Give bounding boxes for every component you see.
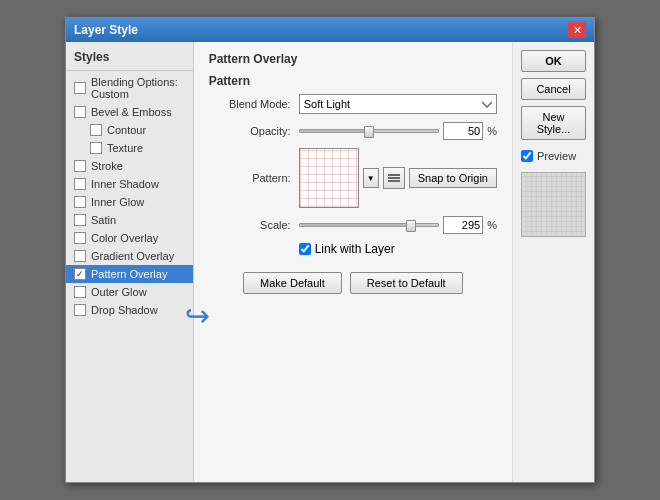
preview-label-row: Preview (521, 150, 586, 162)
right-panel: OK Cancel New Style... Preview (512, 42, 594, 482)
settings-icon (388, 172, 400, 184)
pattern-dropdown-btn[interactable]: ▼ (363, 168, 379, 188)
ok-button[interactable]: OK (521, 50, 586, 72)
checkbox-outer-glow[interactable] (74, 286, 86, 298)
checkbox-gradient-overlay[interactable] (74, 250, 86, 262)
checkbox-bevel[interactable] (74, 106, 86, 118)
bottom-buttons: Make Default Reset to Default (209, 272, 497, 294)
opacity-slider-fill (300, 130, 369, 132)
reset-default-btn[interactable]: Reset to Default (350, 272, 463, 294)
opacity-control: % (299, 122, 497, 140)
checkbox-color-overlay[interactable] (74, 232, 86, 244)
pattern-row: Pattern: ▼ (209, 148, 497, 208)
title-bar: Layer Style ✕ (66, 18, 594, 42)
opacity-slider-container[interactable] (299, 123, 440, 139)
opacity-percent: % (487, 125, 497, 137)
checkbox-texture[interactable] (90, 142, 102, 154)
dialog-title: Layer Style (74, 23, 138, 37)
arrow-indicator: ↩ (185, 298, 210, 333)
main-panel: Pattern Overlay Pattern Blend Mode: Soft… (194, 42, 512, 482)
snap-to-origin-btn[interactable]: Snap to Origin (409, 168, 497, 188)
new-style-button[interactable]: New Style... (521, 106, 586, 140)
styles-title: Styles (66, 46, 193, 68)
blend-mode-row: Blend Mode: Soft Light (209, 94, 497, 114)
blend-mode-control: Soft Light (299, 94, 497, 114)
scale-row: Scale: % (209, 216, 497, 234)
link-layer-row: Link with Layer (299, 242, 497, 256)
svg-rect-1 (388, 177, 400, 179)
preview-box-inner (522, 173, 585, 236)
sidebar-item-drop-shadow[interactable]: Drop Shadow (66, 301, 193, 319)
sidebar-item-stroke[interactable]: Stroke (66, 157, 193, 175)
scale-slider-thumb[interactable] (406, 220, 416, 232)
cancel-button[interactable]: Cancel (521, 78, 586, 100)
opacity-row: Opacity: % (209, 122, 497, 140)
scale-value-input[interactable] (443, 216, 483, 234)
scale-label: Scale: (209, 219, 299, 231)
left-panel: Styles Blending Options: Custom Bevel & … (66, 42, 194, 482)
checkbox-stroke[interactable] (74, 160, 86, 172)
sidebar-item-gradient-overlay[interactable]: Gradient Overlay (66, 247, 193, 265)
preview-label-text: Preview (537, 150, 576, 162)
pattern-swatch[interactable] (299, 148, 359, 208)
sidebar-item-texture[interactable]: Texture (66, 139, 193, 157)
pattern-picker-row: ▼ Snap to Origin (299, 148, 497, 208)
checkbox-contour[interactable] (90, 124, 102, 136)
scale-slider-fill (300, 224, 411, 226)
sidebar-item-bevel[interactable]: Bevel & Emboss (66, 103, 193, 121)
layer-style-dialog: Layer Style ✕ Styles Blending Options: C… (65, 17, 595, 483)
sidebar-item-outer-glow[interactable]: Outer Glow (66, 283, 193, 301)
checkbox-drop-shadow[interactable] (74, 304, 86, 316)
svg-rect-0 (388, 174, 400, 176)
make-default-btn[interactable]: Make Default (243, 272, 342, 294)
scale-control: % (299, 216, 497, 234)
preview-box (521, 172, 586, 237)
checkbox-blending[interactable] (74, 82, 86, 94)
scale-slider-track (299, 223, 440, 227)
opacity-value-input[interactable] (443, 122, 483, 140)
sub-section-title: Pattern (209, 74, 497, 88)
blend-mode-select[interactable]: Soft Light (299, 94, 497, 114)
checkbox-satin[interactable] (74, 214, 86, 226)
sidebar-item-color-overlay[interactable]: Color Overlay (66, 229, 193, 247)
pattern-swatch-inner (300, 149, 358, 207)
opacity-label: Opacity: (209, 125, 299, 137)
sidebar-item-contour[interactable]: Contour (66, 121, 193, 139)
checkbox-pattern-overlay[interactable] (74, 268, 86, 280)
sidebar-item-pattern-overlay[interactable]: Pattern Overlay (66, 265, 193, 283)
opacity-slider-track (299, 129, 440, 133)
sidebar-item-inner-shadow[interactable]: Inner Shadow (66, 175, 193, 193)
opacity-slider-thumb[interactable] (364, 126, 374, 138)
checkbox-inner-glow[interactable] (74, 196, 86, 208)
pattern-label: Pattern: (209, 172, 299, 184)
sidebar-item-inner-glow[interactable]: Inner Glow (66, 193, 193, 211)
link-layer-label: Link with Layer (315, 242, 395, 256)
svg-rect-2 (388, 180, 400, 182)
close-button[interactable]: ✕ (568, 22, 586, 38)
checkbox-inner-shadow[interactable] (74, 178, 86, 190)
preview-checkbox[interactable] (521, 150, 533, 162)
scale-slider-container[interactable] (299, 217, 440, 233)
section-title: Pattern Overlay (209, 52, 497, 66)
blend-mode-label: Blend Mode: (209, 98, 299, 110)
link-layer-checkbox[interactable] (299, 243, 311, 255)
scale-percent: % (487, 219, 497, 231)
sidebar-item-blending[interactable]: Blending Options: Custom (66, 73, 193, 103)
pattern-settings-btn[interactable] (383, 167, 405, 189)
pattern-control: ▼ Snap to Origin (299, 148, 497, 208)
sidebar-item-satin[interactable]: Satin (66, 211, 193, 229)
dialog-body: Styles Blending Options: Custom Bevel & … (66, 42, 594, 482)
